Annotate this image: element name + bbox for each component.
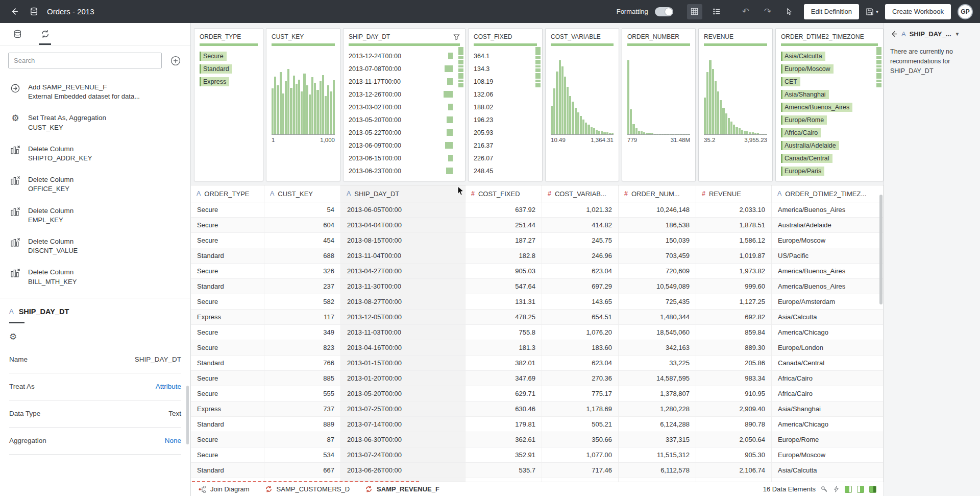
cell[interactable]: Secure <box>191 447 264 462</box>
histogram-bar[interactable] <box>683 134 685 134</box>
histogram-bar[interactable] <box>567 87 569 134</box>
cell[interactable]: Secure <box>191 233 264 248</box>
cell[interactable]: America/Chicago <box>772 325 884 340</box>
cell[interactable]: Secure <box>191 371 264 386</box>
cell[interactable]: Secure <box>191 202 264 217</box>
cell[interactable]: 414.82 <box>542 218 619 232</box>
preparation-step[interactable]: Delete ColumnBILL_MTH_KEY <box>0 262 190 292</box>
histogram-bar[interactable] <box>603 132 605 134</box>
histogram-bar[interactable] <box>715 81 717 134</box>
dataset-tab-samp_revenue_f[interactable]: SAMP_REVENUE_F <box>365 485 439 493</box>
cell[interactable]: 1,378,807 <box>619 386 696 401</box>
cell[interactable]: 2013-01-15T00:00 <box>341 356 465 370</box>
undo-button[interactable]: ↶ <box>738 4 753 19</box>
histogram-bar[interactable] <box>736 127 738 135</box>
cell[interactable]: 905.03 <box>465 264 542 278</box>
cell[interactable]: 187.27 <box>465 233 542 248</box>
cell[interactable]: 637.92 <box>465 202 542 217</box>
histogram-bar[interactable] <box>664 134 666 134</box>
histogram-bar[interactable] <box>717 91 719 134</box>
histogram-bar[interactable] <box>287 69 289 134</box>
histogram-bar[interactable] <box>720 100 722 134</box>
add-step-button[interactable] <box>169 54 182 67</box>
cell[interactable]: 350.66 <box>542 432 619 447</box>
chevron-down-icon[interactable]: ▼ <box>955 31 960 37</box>
cell[interactable]: 454 <box>264 233 341 248</box>
cell[interactable]: 179.81 <box>465 417 542 432</box>
value-chip[interactable]: Secure <box>200 52 227 61</box>
histogram-bar[interactable] <box>274 77 276 134</box>
cell[interactable]: 2013-05-20T00:00 <box>341 386 465 401</box>
cell[interactable]: 2013-11-03T00:00 <box>341 325 465 340</box>
cell[interactable]: 2013-11-04T00:00 <box>341 248 465 263</box>
histogram-bar[interactable] <box>298 80 300 134</box>
histogram-bar[interactable] <box>746 131 748 134</box>
timezone-chip[interactable]: Asia/Calcutta <box>781 52 825 61</box>
histogram-bar[interactable] <box>293 76 295 134</box>
cell[interactable]: 623.04 <box>542 356 619 370</box>
cell[interactable]: 983.34 <box>696 371 772 386</box>
cell[interactable]: 10,549,089 <box>619 279 696 294</box>
cell[interactable]: 246.96 <box>542 248 619 263</box>
histogram-bar[interactable] <box>706 72 708 134</box>
cell[interactable]: 2,909.40 <box>696 401 772 416</box>
quality-view-half-icon[interactable] <box>869 486 876 493</box>
cell[interactable]: 775.17 <box>542 386 619 401</box>
cell[interactable]: Secure <box>191 294 264 309</box>
cell[interactable]: Europe/Moscow <box>772 233 884 248</box>
cell[interactable]: 534 <box>264 447 341 462</box>
cell[interactable]: 2013-06-26T00:00 <box>341 463 465 478</box>
histogram-bar[interactable] <box>656 134 658 134</box>
cell[interactable]: 823 <box>264 340 341 355</box>
histogram-bar[interactable] <box>704 98 706 135</box>
column-header-cost_variab...[interactable]: #COST_VARIAB... <box>542 185 619 202</box>
cell[interactable]: 362.61 <box>465 432 542 447</box>
histogram-bar[interactable] <box>585 123 587 134</box>
date-row[interactable]: 2013-12-26T00:00 <box>349 88 460 101</box>
histogram-bar[interactable] <box>306 85 308 134</box>
create-workbook-button[interactable]: Create Workbook <box>885 4 951 19</box>
histogram-bar[interactable] <box>648 133 650 134</box>
cell[interactable]: 2,145.16 <box>696 478 772 482</box>
cell[interactable]: US/Pacific <box>772 248 884 263</box>
cell[interactable]: 251.44 <box>465 218 542 232</box>
list-view-button[interactable] <box>709 4 724 19</box>
cell[interactable]: Standard <box>191 356 264 370</box>
cell[interactable]: 349 <box>264 325 341 340</box>
cell[interactable]: 667 <box>264 463 341 478</box>
cell[interactable]: 326 <box>264 264 341 278</box>
histogram-bar[interactable] <box>559 60 561 134</box>
cell[interactable]: 182.8 <box>465 248 542 263</box>
cell[interactable]: 905.30 <box>696 447 772 462</box>
cell[interactable]: 737 <box>264 401 341 416</box>
grid-view-button[interactable] <box>687 4 702 19</box>
date-row[interactable]: 2013-03-02T00:00 <box>349 101 460 113</box>
cell[interactable]: 703,459 <box>619 248 696 263</box>
cell[interactable]: Secure <box>191 340 264 355</box>
edit-definition-button[interactable]: Edit Definition <box>804 4 859 19</box>
redo-button[interactable]: ↷ <box>760 4 775 19</box>
value-row[interactable]: 216.37 <box>474 139 537 152</box>
panel-back-button[interactable] <box>890 30 898 38</box>
cell[interactable]: 890.78 <box>696 417 772 432</box>
timezone-chip[interactable]: America/Buenos_Aires <box>781 103 852 112</box>
cell[interactable]: 2013-11-30T00:00 <box>341 279 465 294</box>
cell[interactable]: 87 <box>264 432 341 447</box>
histogram-bar[interactable] <box>330 91 332 134</box>
histogram-bar[interactable] <box>569 96 571 134</box>
histogram-bar[interactable] <box>765 134 767 134</box>
cell[interactable]: 1,280,228 <box>619 401 696 416</box>
histogram-bar[interactable] <box>606 132 608 134</box>
cell[interactable]: Secure <box>191 264 264 278</box>
cell[interactable]: Australia/Adelaide <box>772 218 884 232</box>
date-row[interactable]: 2013-11-17T00:00 <box>349 75 460 88</box>
cell[interactable]: 688 <box>264 248 341 263</box>
cell[interactable]: 2013-07-24T00:00 <box>341 447 465 462</box>
histogram-bar[interactable] <box>741 130 743 134</box>
date-row[interactable]: 2013-05-22T00:00 <box>349 126 460 139</box>
value-chip[interactable]: Standard <box>200 64 232 74</box>
histogram-bar[interactable] <box>580 116 582 134</box>
histogram-bar[interactable] <box>659 134 661 134</box>
timezone-chip[interactable]: Europe/Paris <box>781 167 824 176</box>
formatting-toggle[interactable] <box>655 7 673 16</box>
